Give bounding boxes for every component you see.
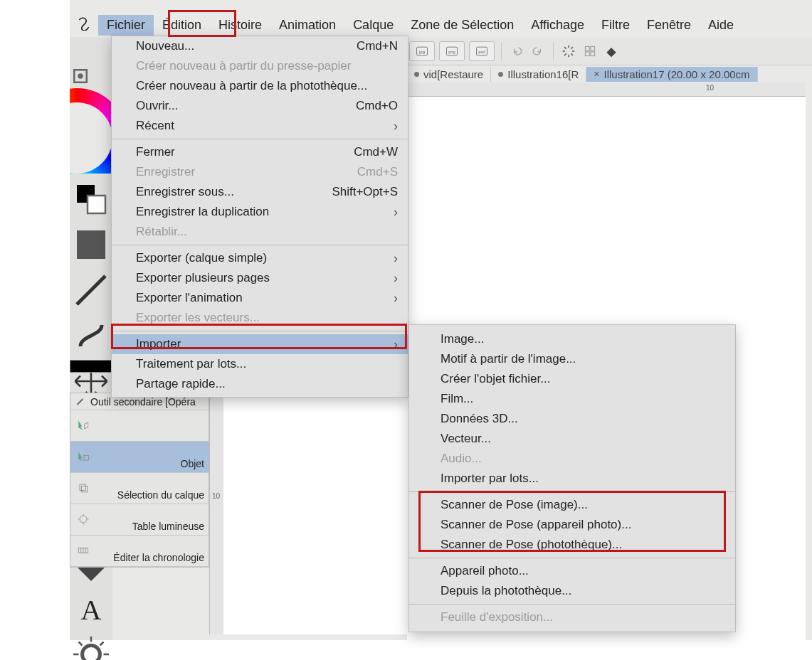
import-menu-item[interactable]: Appareil photo... <box>409 561 735 581</box>
import-menu-item[interactable]: Scanner de Pose (image)... <box>409 495 735 515</box>
file-menu-item: EnregistrerCmd+S <box>112 162 408 182</box>
document-tab[interactable]: Illustration16[R <box>491 67 586 82</box>
menu-item-label: Enregistrer sous... <box>136 185 234 199</box>
menu-animation[interactable]: Animation <box>270 15 344 36</box>
file-menu-item[interactable]: Partage rapide... <box>112 374 408 394</box>
menubar: Fichier Édition Histoire Animation Calqu… <box>70 14 812 36</box>
undo-button[interactable] <box>506 41 527 61</box>
document-tab[interactable]: vid[Restaure <box>407 67 491 82</box>
close-tab-icon[interactable]: × <box>594 68 599 80</box>
import-menu-item[interactable]: Image... <box>409 329 735 349</box>
redo-button[interactable] <box>527 41 549 61</box>
subtool-label: Table lumineuse <box>132 521 204 532</box>
modified-dot-icon <box>414 72 419 77</box>
file-menu-item[interactable]: Importer› <box>112 334 408 354</box>
file-menu-item[interactable]: Enregistrer la duplication› <box>112 202 408 222</box>
svg-line-10 <box>564 47 566 49</box>
file-menu-item[interactable]: FermerCmd+W <box>112 142 408 162</box>
import-menu-item[interactable]: Données 3D... <box>409 409 735 429</box>
menu-zone-selection[interactable]: Zone de Sélection <box>402 15 522 36</box>
layer-select-icon <box>75 475 92 501</box>
panel-toggle-icon[interactable] <box>70 65 91 87</box>
menu-item-label: Appareil photo... <box>441 564 529 578</box>
menu-item-label: Exporter l'animation <box>136 291 243 305</box>
tab-label: vid[Restaure <box>423 68 483 80</box>
menu-shortcut: Cmd+W <box>354 145 398 159</box>
subtool-row[interactable] <box>70 410 209 442</box>
menu-fichier[interactable]: Fichier <box>98 15 154 36</box>
pen-tool-icon[interactable] <box>70 269 112 314</box>
file-menu-item: Créer nouveau à partir du presse-papier <box>112 56 408 76</box>
brush-tool-icon[interactable] <box>70 314 112 360</box>
file-menu-item[interactable]: Traitement par lots... <box>112 354 408 374</box>
fill-icon[interactable] <box>601 41 622 61</box>
menu-item-label: Importer par lots... <box>441 472 539 486</box>
svg-rect-21 <box>88 196 105 213</box>
menu-histoire[interactable]: Histoire <box>210 15 270 36</box>
menu-item-label: Données 3D... <box>441 412 518 426</box>
export-jpg-button[interactable]: jpg <box>409 41 435 61</box>
svg-rect-30 <box>84 455 89 460</box>
file-menu-item: Exporter les vecteurs... <box>112 308 408 328</box>
file-menu-item[interactable]: Ouvrir...Cmd+O <box>112 96 408 116</box>
import-menu-item[interactable]: Depuis la photothèque... <box>409 581 735 601</box>
tab-label: Illustration16[R <box>507 68 579 80</box>
modified-dot-icon <box>498 72 503 77</box>
import-menu-item[interactable]: Scanner de Pose (photothèque)... <box>409 535 735 555</box>
subtool-row-table-lumineuse[interactable]: Table lumineuse <box>70 504 209 536</box>
menu-edition[interactable]: Édition <box>154 15 210 36</box>
subtool-row-selection-calque[interactable]: Sélection du calque <box>70 473 209 504</box>
ruler-mark: 10 <box>706 84 714 92</box>
file-menu-item[interactable]: Exporter (calque simple)› <box>112 248 408 268</box>
import-menu-item[interactable]: Créer l'objet fichier... <box>409 369 735 389</box>
svg-rect-22 <box>77 230 105 259</box>
swatch-icon[interactable] <box>70 178 112 223</box>
svg-text:psd: psd <box>478 50 485 54</box>
menu-item-label: Fermer <box>136 145 175 159</box>
subtool-row-chronologie[interactable]: Éditer la chronologie <box>70 536 209 567</box>
menu-aide[interactable]: Aide <box>700 15 742 36</box>
color-wheel[interactable] <box>70 88 112 174</box>
subtool-panel: Outil secondaire [Opéra Objet Sélection … <box>70 393 209 568</box>
brush-icon <box>75 395 86 408</box>
svg-text:png: png <box>448 50 455 54</box>
file-menu-item[interactable]: Créer nouveau à partir de la photothèque… <box>112 76 408 96</box>
file-menu-item[interactable]: Nouveau...Cmd+N <box>112 36 408 56</box>
import-menu-item[interactable]: Motif à partir de l'image... <box>409 349 735 369</box>
menu-shortcut: Shift+Opt+S <box>332 185 398 199</box>
menu-affichage[interactable]: Affichage <box>522 15 593 36</box>
menu-item-label: Importer <box>136 337 181 351</box>
svg-rect-17 <box>591 51 595 55</box>
loading-icon <box>558 41 579 61</box>
timeline-icon <box>75 538 92 563</box>
file-menu-item[interactable]: Exporter l'animation› <box>112 288 408 308</box>
text-tool-icon[interactable]: A <box>70 587 112 633</box>
file-menu-item[interactable]: Enregistrer sous...Shift+Opt+S <box>112 182 408 202</box>
import-menu-item[interactable]: Importer par lots... <box>409 469 735 489</box>
chevron-right-icon: › <box>394 205 398 220</box>
subtool-label: Éditer la chronologie <box>113 552 204 563</box>
menu-item-label: Motif à partir de l'image... <box>441 352 576 366</box>
file-menu-item[interactable]: Récent› <box>112 116 408 136</box>
canvas-secondary[interactable] <box>223 393 407 634</box>
import-menu-item[interactable]: Scanner de Pose (appareil photo)... <box>409 515 735 535</box>
swatch-bw-icon[interactable] <box>70 223 112 269</box>
file-menu-item[interactable]: Exporter plusieurs pages› <box>112 268 408 288</box>
document-tab[interactable]: × Illustration17 (20.00 x 20.00cm <box>586 67 757 82</box>
menu-calque[interactable]: Calque <box>344 15 402 36</box>
menu-item-label: Créer l'objet fichier... <box>441 372 550 386</box>
menu-shortcut: Cmd+N <box>357 39 398 53</box>
file-menu: Nouveau...Cmd+NCréer nouveau à partir du… <box>111 36 408 398</box>
subtool-row-objet[interactable]: Objet <box>70 442 209 473</box>
menu-fenetre[interactable]: Fenêtre <box>638 15 700 36</box>
svg-rect-32 <box>82 486 88 492</box>
export-psd-button[interactable]: psd <box>469 41 495 61</box>
tab-label: Illustration17 (20.00 x 20.00cm <box>603 68 749 80</box>
import-menu-item[interactable]: Film... <box>409 389 735 409</box>
grid-icon[interactable] <box>579 41 601 61</box>
menu-filtre[interactable]: Filtre <box>593 15 638 36</box>
export-png-button[interactable]: png <box>439 41 465 61</box>
gear-tool-icon[interactable] <box>70 633 112 660</box>
import-menu-item[interactable]: Vecteur... <box>409 429 735 449</box>
subtool-label: Objet <box>181 458 204 469</box>
